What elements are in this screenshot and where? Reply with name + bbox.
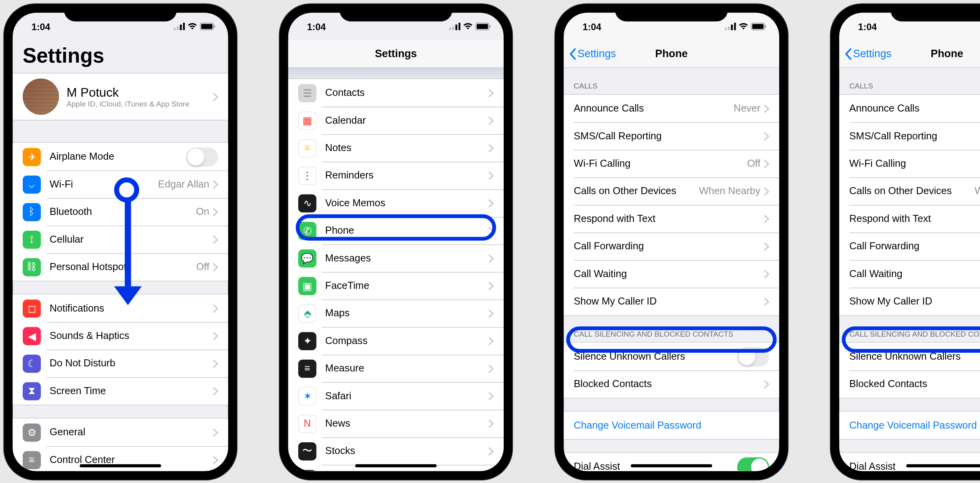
row-show-my-caller-id[interactable]: Show My Caller ID xyxy=(839,288,980,315)
row-reminders[interactable]: ⋮Reminders xyxy=(288,162,503,189)
row-speaker[interactable]: ◀︎Sounds & Haptics xyxy=(13,322,228,350)
blocked-contacts-row[interactable]: Blocked Contacts xyxy=(839,370,980,398)
row-contacts[interactable]: ☰Contacts xyxy=(288,79,503,106)
row-show-my-caller-id[interactable]: Show My Caller ID xyxy=(564,288,779,315)
row-stocks[interactable]: 〜Stocks xyxy=(288,437,503,465)
row-label: News xyxy=(325,418,489,429)
silence-toggle[interactable] xyxy=(737,347,769,366)
wifi-icon xyxy=(187,23,198,30)
home-indicator[interactable] xyxy=(906,464,980,467)
chevron-right-icon xyxy=(488,309,494,317)
dial-assist-toggle[interactable] xyxy=(737,457,769,471)
wifi-icon: ⌵ xyxy=(23,175,41,193)
row-value: Never xyxy=(734,103,760,114)
row-wi-fi-calling[interactable]: Wi-Fi CallingOff xyxy=(839,150,980,177)
row-label: Notes xyxy=(325,142,489,154)
row-label: FaceTime xyxy=(325,280,489,292)
row-safari[interactable]: ✶Safari xyxy=(288,382,503,409)
row-announce-calls[interactable]: Announce CallsNever xyxy=(564,95,779,122)
voicemail-label: Change Voicemail Password xyxy=(574,420,769,431)
row-respond-with-text[interactable]: Respond with Text xyxy=(839,205,980,232)
row-facetime[interactable]: ▣FaceTime xyxy=(288,272,503,299)
chevron-right-icon xyxy=(488,116,494,124)
row-announce-calls[interactable]: Announce CallsNever xyxy=(839,95,980,122)
row-notes[interactable]: ≡Notes xyxy=(288,134,503,162)
chevron-right-icon xyxy=(488,282,494,290)
row-call-forwarding[interactable]: Call Forwarding xyxy=(839,232,980,260)
svg-rect-2 xyxy=(180,25,182,30)
silence-unknown-callers-row[interactable]: Silence Unknown Callers xyxy=(564,343,779,370)
phone-frame-1: 1:04 Settings M Potuck Apple ID, iCloud,… xyxy=(4,4,237,480)
back-button[interactable]: Settings xyxy=(844,47,892,60)
row-call-waiting[interactable]: Call Waiting xyxy=(839,260,980,287)
row-voicememos[interactable]: ∿Voice Memos xyxy=(288,189,503,217)
change-voicemail-password-row[interactable]: Change Voicemail Password xyxy=(564,412,779,439)
wifi-icon xyxy=(463,23,473,30)
row-airplane[interactable]: ✈︎Airplane Mode xyxy=(13,143,228,170)
change-voicemail-password-row[interactable]: Change Voicemail Password xyxy=(839,412,980,439)
row-calls-on-other-devices[interactable]: Calls on Other DevicesWhen Nearby xyxy=(839,177,980,205)
chevron-right-icon xyxy=(213,456,218,464)
chevron-right-icon xyxy=(213,359,218,368)
row-sms-call-reporting[interactable]: SMS/Call Reporting xyxy=(839,122,980,150)
apple-id-text: M Potuck Apple ID, iCloud, iTunes & App … xyxy=(67,85,213,108)
notes-icon: ≡ xyxy=(298,139,316,157)
blocked-label: Blocked Contacts xyxy=(574,378,764,390)
phone-settings-list[interactable]: Calls Announce CallsNeverSMS/Call Report… xyxy=(564,68,779,471)
row-label: Calls on Other Devices xyxy=(849,186,975,197)
chevron-right-icon xyxy=(213,180,218,188)
settings-scrolled-list[interactable]: ☰Contacts▦Calendar≡Notes⋮Reminders∿Voice… xyxy=(288,68,503,471)
nav-title: Settings xyxy=(375,47,417,60)
stocks-icon: 〜 xyxy=(298,442,316,460)
switch-icon: ≡ xyxy=(23,451,41,469)
screen: 1:04 Settings Phone Calls Announce Calls… xyxy=(839,13,980,471)
phone-settings-list[interactable]: Calls Announce CallsNeverSMS/Call Report… xyxy=(839,68,980,471)
dial-assist-group: Dial Assist xyxy=(839,452,980,471)
row-sms-call-reporting[interactable]: SMS/Call Reporting xyxy=(564,122,779,150)
row-news[interactable]: NNews xyxy=(288,410,503,437)
row-measure[interactable]: ≡Measure xyxy=(288,355,503,382)
home-indicator[interactable] xyxy=(80,464,161,467)
row-label: Respond with Text xyxy=(574,213,764,224)
status-indicators xyxy=(725,23,767,30)
chevron-right-icon xyxy=(213,387,218,395)
bell-icon: ◻︎ xyxy=(23,299,41,317)
chevron-right-icon xyxy=(764,297,769,306)
row-label: Do Not Disturb xyxy=(50,358,213,369)
row-respond-with-text[interactable]: Respond with Text xyxy=(564,205,779,232)
dial-assist-row[interactable]: Dial Assist xyxy=(564,453,779,471)
chevron-right-icon xyxy=(488,337,494,345)
dial-assist-row[interactable]: Dial Assist xyxy=(839,453,980,471)
svg-rect-9 xyxy=(456,25,458,30)
row-moon[interactable]: ☾Do Not Disturb xyxy=(13,350,228,377)
row-wi-fi-calling[interactable]: Wi-Fi CallingOff xyxy=(564,150,779,177)
svg-rect-5 xyxy=(201,24,213,29)
row-call-forwarding[interactable]: Call Forwarding xyxy=(564,232,779,260)
blocked-contacts-row[interactable]: Blocked Contacts xyxy=(564,370,779,398)
row-calls-on-other-devices[interactable]: Calls on Other DevicesWhen Nearby xyxy=(564,177,779,205)
back-label: Settings xyxy=(853,47,892,60)
svg-rect-13 xyxy=(490,25,490,27)
dial-assist-group: Dial Assist xyxy=(564,452,779,471)
home-indicator[interactable] xyxy=(631,464,712,467)
row-compass[interactable]: ✦Compass xyxy=(288,327,503,355)
toggle[interactable] xyxy=(186,147,218,167)
airplane-icon: ✈︎ xyxy=(23,148,41,166)
nav-title: Phone xyxy=(931,47,963,60)
row-gear[interactable]: ⚙︎General xyxy=(13,418,228,446)
row-phone[interactable]: ✆Phone xyxy=(288,217,503,244)
chevron-right-icon xyxy=(213,428,218,436)
row-label: Wi-Fi Calling xyxy=(849,158,980,169)
row-calendar[interactable]: ▦Calendar xyxy=(288,106,503,134)
chevron-right-icon xyxy=(213,92,218,101)
silence-unknown-callers-row[interactable]: Silence Unknown Callers xyxy=(839,343,980,370)
back-button[interactable]: Settings xyxy=(569,47,616,60)
row-call-waiting[interactable]: Call Waiting xyxy=(564,260,779,287)
apple-id-row[interactable]: M Potuck Apple ID, iCloud, iTunes & App … xyxy=(13,73,228,121)
status-time: 1:04 xyxy=(307,21,326,32)
home-indicator[interactable] xyxy=(355,464,437,467)
silence-group: Silence Unknown Callers Blocked Contacts xyxy=(564,342,779,398)
row-messages[interactable]: 💬Messages xyxy=(288,244,503,272)
row-hourglass[interactable]: ⧗Screen Time xyxy=(13,377,228,405)
row-maps[interactable]: ⬘Maps xyxy=(288,299,503,327)
